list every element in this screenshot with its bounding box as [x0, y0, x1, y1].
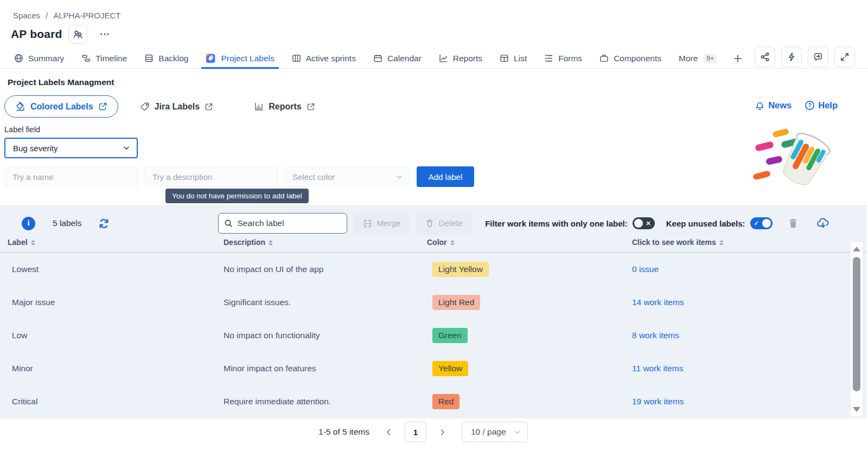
tab-label: Reports — [453, 54, 482, 63]
fullscreen-button[interactable] — [834, 47, 855, 67]
page-size-select[interactable]: 10 / page — [462, 422, 528, 442]
column-header-color[interactable]: Color — [427, 238, 455, 247]
work-items-link[interactable]: 14 work items — [632, 298, 684, 307]
more-count-badge: 9+ — [704, 54, 717, 63]
sort-icon[interactable] — [719, 240, 724, 246]
reports-label: Reports — [269, 102, 301, 112]
paint-bucket-illustration — [741, 126, 834, 190]
next-page-button[interactable] — [436, 428, 449, 436]
tab-list[interactable]: List — [491, 48, 535, 68]
tab-project-labels[interactable]: Project Labels — [197, 48, 283, 68]
table-icon — [500, 54, 509, 63]
share-icon — [760, 52, 770, 62]
sort-icon[interactable] — [450, 240, 455, 246]
merge-button[interactable]: Merge — [354, 212, 410, 235]
tab-active-sprints[interactable]: Active sprints — [283, 48, 365, 68]
breadcrumb-spaces[interactable]: Spaces — [13, 11, 40, 20]
external-link-icon — [98, 102, 107, 111]
help-label: Help — [818, 100, 838, 111]
cloud-export-button[interactable] — [816, 217, 829, 230]
top-actions — [755, 47, 855, 67]
table-row[interactable]: Critical Require immediate attention. Re… — [0, 385, 866, 418]
description-cell: No impact on UI of the app — [224, 264, 323, 274]
work-items-link[interactable]: 11 work items — [632, 364, 683, 373]
add-tab-button[interactable] — [725, 48, 750, 68]
question-circle-icon: ? — [805, 100, 815, 111]
news-link[interactable]: News — [755, 100, 792, 111]
tab-forms[interactable]: Forms — [535, 48, 591, 68]
backlog-icon — [144, 54, 154, 63]
delete-label: Delete — [438, 218, 463, 228]
automation-button[interactable] — [781, 47, 802, 67]
toggle-knob — [634, 219, 643, 228]
reports-link[interactable]: Reports — [254, 102, 315, 112]
column-title: Click to see work items — [632, 238, 716, 247]
tab-components[interactable]: Components — [591, 48, 670, 68]
description-input[interactable] — [144, 166, 278, 187]
tab-label: Calendar — [387, 54, 422, 63]
add-label-button[interactable]: Add label — [417, 166, 474, 187]
table-row[interactable]: Low No impact on functionality Green 8 w… — [0, 319, 866, 352]
tab-label: More — [679, 54, 698, 63]
chevron-left-icon — [385, 428, 393, 436]
chevron-down-icon — [123, 144, 130, 152]
page-number-button[interactable]: 1 — [405, 422, 426, 442]
tab-timeline[interactable]: Timeline — [73, 48, 136, 68]
jira-labels-link[interactable]: Jira Labels — [140, 102, 214, 112]
scroll-up-arrow[interactable] — [853, 247, 860, 251]
color-select-placeholder: Select color — [292, 172, 335, 182]
scroll-down-arrow[interactable] — [853, 407, 860, 412]
chevron-down-icon — [396, 173, 403, 180]
search-icon — [224, 219, 233, 228]
feedback-button[interactable] — [808, 47, 828, 67]
column-header-description[interactable]: Description — [224, 238, 273, 247]
table-header: Label Description Color Click to see wor… — [0, 238, 866, 253]
sort-icon[interactable] — [269, 240, 273, 246]
tab-label: Forms — [558, 54, 582, 63]
filter-one-label-toggle[interactable]: ✕ — [633, 217, 655, 229]
table-scrollbar[interactable] — [851, 242, 863, 416]
column-header-work-items[interactable]: Click to see work items — [632, 238, 724, 247]
tab-more[interactable]: More 9+ — [670, 48, 725, 68]
color-select[interactable]: Select color — [284, 166, 410, 187]
board-members-button[interactable] — [68, 25, 87, 44]
ellipsis-icon — [99, 29, 110, 40]
work-items-link[interactable]: 19 work items — [632, 397, 684, 406]
share-button[interactable] — [755, 47, 775, 67]
trash-all-button[interactable] — [788, 218, 799, 229]
news-label: News — [768, 100, 792, 111]
label-field-select[interactable]: Bug severity — [4, 138, 138, 158]
bell-icon — [755, 100, 765, 111]
label-cell: Lowest — [12, 264, 39, 274]
table-row[interactable]: Lowest No impact on UI of the app Light … — [0, 253, 866, 286]
tab-calendar[interactable]: Calendar — [365, 48, 430, 68]
table-row[interactable]: Major issue Significant issues. Light Re… — [0, 286, 866, 319]
prev-page-button[interactable] — [382, 428, 395, 436]
scrollbar-thumb[interactable] — [853, 257, 860, 391]
tab-summary[interactable]: Summary — [5, 48, 73, 68]
tab-label: Active sprints — [306, 54, 356, 63]
tab-reports[interactable]: Reports — [430, 48, 491, 68]
sort-icon[interactable] — [31, 240, 35, 246]
work-items-link[interactable]: 0 issue — [632, 264, 659, 274]
feedback-icon — [813, 52, 823, 62]
refresh-button[interactable] — [98, 218, 110, 229]
colored-labels-button[interactable]: Colored Labels — [4, 95, 118, 118]
tab-backlog[interactable]: Backlog — [136, 48, 197, 68]
delete-button[interactable]: Delete — [416, 212, 472, 235]
external-link-icon — [205, 102, 213, 111]
more-menu-button[interactable] — [99, 29, 110, 40]
help-link[interactable]: ? Help — [805, 100, 838, 111]
search-label-input[interactable] — [237, 218, 329, 228]
breadcrumb-project[interactable]: ALPHA-PROJECT — [53, 11, 120, 20]
table-row[interactable]: Minor Minor impact on features Yellow 11… — [0, 352, 866, 385]
label-field-block: Label field Bug severity — [4, 125, 868, 158]
timeline-icon — [81, 54, 91, 63]
name-input[interactable] — [4, 166, 138, 187]
work-items-link[interactable]: 8 work items — [632, 331, 679, 340]
column-header-label[interactable]: Label — [8, 238, 35, 247]
keep-unused-labels-toggle[interactable]: ✓ — [750, 217, 773, 229]
column-title: Label — [8, 238, 28, 247]
components-icon — [599, 54, 609, 63]
info-icon[interactable]: i — [22, 217, 35, 230]
